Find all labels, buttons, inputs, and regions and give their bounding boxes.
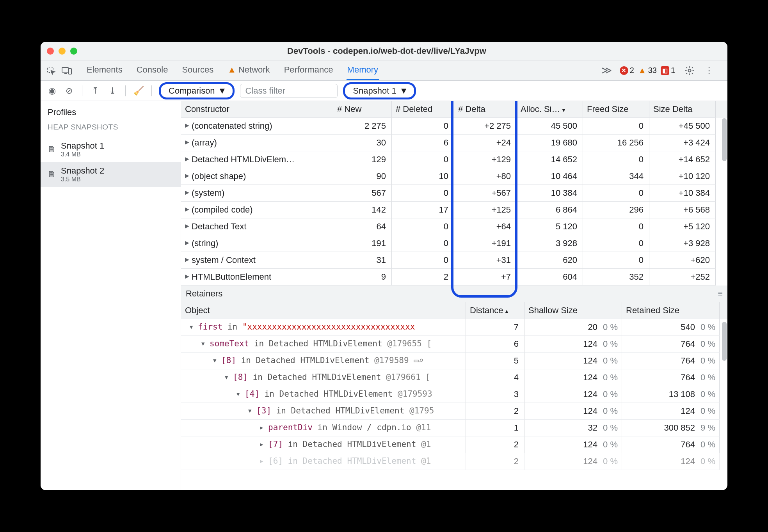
table-row[interactable]: ▶system / Context310+316200+620 [181,252,727,269]
expand-icon[interactable]: ▶ [260,424,263,431]
retainer-row[interactable]: ▼ [3] in Detached HTMLDivElement @179521… [181,403,727,420]
col-header[interactable]: # New [333,101,392,118]
expand-icon[interactable]: ▶ [185,189,189,195]
expand-icon[interactable]: ▶ [185,206,189,212]
table-row[interactable]: ▶(string)1910+1913 9280+3 928 [181,235,727,252]
memory-toolbar: ◉ ⊘ ⤒ ⤓ 🧹 Comparison▼ Class filter Snaps… [41,81,727,101]
tab-sources[interactable]: Sources [181,61,214,80]
device-toggle-icon[interactable] [61,66,73,75]
snapshot-item[interactable]: 🗎Snapshot 13.4 MB [41,137,181,162]
svg-point-3 [688,69,691,72]
table-row[interactable]: ▶(array)306+2419 68016 256+3 424 [181,135,727,151]
table-row[interactable]: ▶Detached HTMLDivElem…1290+12914 6520+14… [181,151,727,168]
retainer-row[interactable]: ▶ parentDiv in Window / cdpn.io @111320 … [181,420,727,436]
col-header[interactable]: Distance▲ [466,302,524,319]
tab-memory[interactable]: Memory [347,61,379,80]
col-header[interactable]: Constructor [181,101,333,118]
titlebar: DevTools - codepen.io/web-dot-dev/live/L… [41,42,727,60]
window-title: DevTools - codepen.io/web-dot-dev/live/L… [52,46,721,56]
panel-tabstrip: ElementsConsoleSources▲NetworkPerformanc… [41,60,727,81]
tab-network[interactable]: ▲Network [227,61,270,80]
record-button[interactable]: ◉ [46,86,58,96]
retainer-row[interactable]: ▼ someText in Detached HTMLDivElement @1… [181,336,727,353]
expand-icon[interactable]: ▼ [248,408,251,414]
issue-count[interactable]: ◧1 [661,66,675,75]
snapshot-item[interactable]: 🗎Snapshot 23.5 MB [41,162,181,187]
table-row[interactable]: ▶Detached Text640+645 1200+5 120 [181,218,727,235]
table-row[interactable]: ▶(object shape)9010+8010 464344+10 120 [181,168,727,185]
expand-icon[interactable]: ▶ [185,256,189,262]
col-header[interactable]: # Deleted [392,101,454,118]
retainer-row[interactable]: ▼ first in "xxxxxxxxxxxxxxxxxxxxxxxxxxxx… [181,319,727,336]
expand-icon[interactable]: ▶ [260,441,263,447]
expand-icon[interactable]: ▶ [260,458,263,464]
view-mode-select[interactable]: Comparison▼ [159,82,235,99]
chevron-down-icon: ▼ [400,86,408,96]
expand-icon[interactable]: ▼ [236,391,240,397]
comparison-header: Constructor# New# Deleted# DeltaAlloc. S… [181,101,727,118]
expand-icon[interactable]: ▶ [185,139,189,145]
expand-icon[interactable]: ▶ [185,239,189,246]
expand-icon[interactable]: ▼ [213,357,216,364]
download-button[interactable]: ⤓ [107,86,118,96]
svg-rect-1 [62,67,68,72]
snapshot-icon: 🗎 [48,169,56,179]
retainer-row[interactable]: ▼ [8] in Detached HTMLDivElement @179661… [181,369,727,386]
retainer-row[interactable]: ▼ [4] in Detached HTMLDivElement @179593… [181,386,727,403]
tab-performance[interactable]: Performance [283,61,334,80]
clear-button[interactable]: ⊘ [63,86,75,96]
class-filter-input[interactable]: Class filter [240,84,338,98]
expand-icon[interactable]: ▶ [185,172,189,179]
expand-icon[interactable]: ▼ [225,374,228,380]
expand-icon[interactable]: ▼ [190,324,193,330]
panel-menu-icon[interactable]: ≡ [718,289,723,299]
expand-icon[interactable]: ▼ [201,340,204,347]
table-row[interactable]: ▶(concatenated string)2 2750+2 27545 500… [181,118,727,135]
col-header[interactable]: Freed Size [583,101,649,118]
expand-icon[interactable]: ▶ [185,156,189,162]
svg-rect-2 [69,69,71,74]
col-header[interactable]: Alloc. Si…▼ [517,101,583,118]
retainer-row[interactable]: ▶ [6] in Detached HTMLDivElement @121240… [181,453,727,470]
grid-scrollbar[interactable] [722,118,727,161]
error-count[interactable]: ✕2 [620,66,634,75]
sidebar-title: Profiles [41,101,181,121]
col-header[interactable]: Shallow Size [524,302,622,319]
expand-icon[interactable]: ▶ [185,273,189,279]
devtools-window: DevTools - codepen.io/web-dot-dev/live/L… [41,42,727,490]
expand-icon[interactable]: ▶ [185,223,189,229]
col-header[interactable]: Retained Size [622,302,720,319]
sidebar-heading: HEAP SNAPSHOTS [41,121,181,137]
tab-elements[interactable]: Elements [86,61,123,80]
retainer-row[interactable]: ▶ [7] in Detached HTMLDivElement @121240… [181,436,727,453]
retainer-row[interactable]: ▼ [8] in Detached HTMLDivElement @179589… [181,353,727,369]
col-header[interactable]: # Delta [454,101,517,118]
snapshot-icon: 🗎 [48,144,56,154]
comparison-view: Constructor# New# Deleted# DeltaAlloc. S… [181,101,727,490]
baseline-select[interactable]: Snapshot 1▼ [343,82,416,99]
upload-button[interactable]: ⤒ [89,86,101,96]
table-row[interactable]: ▶(compiled code)14217+1256 864296+6 568 [181,202,727,218]
more-tabs-button[interactable]: ≫ [601,64,612,76]
col-header[interactable]: Size Delta [649,101,716,118]
gc-button[interactable]: 🧹 [133,86,144,96]
table-row[interactable]: ▶HTMLButtonElement92+7604352+252 [181,269,727,286]
retainers-scrollbar[interactable] [722,322,727,361]
tab-console[interactable]: Console [136,61,169,80]
settings-icon[interactable] [684,66,695,76]
warning-count[interactable]: ▲33 [638,66,657,76]
col-header[interactable]: Object [181,302,466,319]
chevron-down-icon: ▼ [218,86,227,96]
kebab-menu-icon[interactable]: ⋮ [703,66,715,76]
retainers-header[interactable]: Retainers ≡ [181,286,727,302]
profiles-sidebar: Profiles HEAP SNAPSHOTS 🗎Snapshot 13.4 M… [41,101,181,490]
table-row[interactable]: ▶(system)5670+56710 3840+10 384 [181,185,727,202]
expand-icon[interactable]: ▶ [185,122,189,128]
inspect-icon[interactable] [45,66,57,75]
